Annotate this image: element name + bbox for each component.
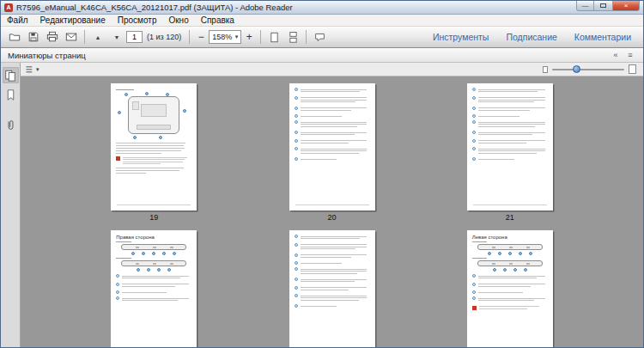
thumbnail-page-title: Правая сторона [116, 235, 191, 240]
thumbnail-page-number: 21 [506, 213, 514, 222]
comment-button[interactable] [310, 28, 329, 46]
close-button[interactable]: × [612, 1, 640, 11]
zoom-level-select[interactable]: 158% ▾ [209, 30, 241, 44]
page-thumbnail[interactable]: Правая сторона [109, 230, 198, 347]
slider-handle[interactable] [573, 65, 580, 73]
toolbar-right-group: Инструменты Подписание Комментарии [425, 30, 639, 44]
page-thumbnail[interactable]: Левая сторона [465, 230, 555, 347]
zoom-in-button[interactable]: + [241, 29, 257, 45]
menu-file[interactable]: Файл [1, 15, 34, 26]
panel-header-buttons: « ≡ [607, 50, 636, 61]
toolbar-separator [260, 30, 261, 44]
thumbnails-options-bar: ▾ [21, 63, 643, 76]
window-controls: — × [576, 1, 643, 11]
email-icon [65, 31, 77, 43]
open-button[interactable] [5, 28, 24, 46]
toolbar-separator [306, 30, 307, 44]
chevron-down-icon: ▾ [235, 34, 239, 40]
next-page-icon: ▼ [114, 34, 120, 40]
comment-bubble-icon [314, 32, 325, 43]
page-thumbnails-tab[interactable] [3, 67, 19, 83]
menu-help[interactable]: Справка [195, 15, 240, 26]
menu-edit[interactable]: Редактирование [34, 15, 112, 26]
thumbnail-page-title: Левая сторона [472, 235, 548, 240]
save-button[interactable] [24, 28, 43, 46]
thumbnails-panel: ▾ 192021Правая сторонаЛевая сторона [21, 63, 643, 347]
comments-button[interactable]: Комментарии [567, 30, 639, 44]
page-thumbnails-icon [4, 70, 16, 82]
thumbnail-page-number: 19 [149, 213, 158, 222]
page-thumbnail[interactable]: 19 [109, 83, 198, 222]
main-area: ▾ 192021Правая сторонаЛевая сторона [1, 63, 643, 347]
zoom-out-button[interactable]: − [193, 29, 209, 45]
navigation-icon-strip [1, 63, 21, 347]
previous-page-button[interactable]: ▲ [88, 28, 107, 46]
page-thumbnail[interactable]: 20 [288, 83, 377, 222]
chevron-down-icon: ▾ [36, 66, 39, 73]
maximize-icon [600, 3, 606, 8]
save-icon [27, 31, 39, 43]
page-number-input[interactable] [126, 31, 143, 43]
small-thumbnail-icon [543, 66, 548, 73]
options-lines-icon [25, 64, 35, 75]
print-button[interactable] [43, 28, 62, 46]
minimize-button[interactable]: — [576, 1, 594, 11]
adobe-reader-app-icon: A [4, 3, 13, 12]
previous-page-icon: ▲ [95, 34, 101, 40]
thumbnail-size-slider-zone [543, 64, 639, 74]
thumbnail-page[interactable] [289, 230, 375, 347]
menu-view[interactable]: Просмотр [112, 15, 163, 26]
thumbnails-canvas[interactable]: 192021Правая сторонаЛевая сторона [21, 76, 643, 347]
panel-menu-button[interactable]: ≡ [624, 50, 636, 61]
thumbnail-page[interactable] [111, 83, 197, 211]
email-button[interactable] [62, 28, 81, 46]
zoom-level-value: 158% [212, 33, 232, 41]
menu-window[interactable]: Окно [162, 15, 194, 26]
page-count-label: (1 из 120) [147, 33, 181, 41]
panel-title: Миниатюры страниц [8, 51, 86, 60]
open-icon [9, 31, 21, 43]
print-icon [46, 31, 58, 43]
single-page-view-button[interactable] [264, 28, 283, 46]
thumbnail-size-slider[interactable] [552, 69, 624, 70]
page-thumbnail[interactable] [288, 230, 377, 347]
thumbnail-page-number: 20 [327, 213, 336, 222]
collapse-panel-button[interactable]: « [610, 50, 622, 61]
thumbnail-row: Правая сторонаЛевая сторона [21, 230, 643, 347]
page-thumbnail[interactable]: 21 [465, 83, 555, 222]
thumbnail-page[interactable]: Левая сторона [467, 230, 553, 347]
thumbnails-panel-header: Миниатюры страниц « ≡ [1, 48, 643, 63]
bookmarks-tab[interactable] [3, 87, 19, 103]
large-thumbnail-icon [629, 64, 636, 74]
next-page-button[interactable]: ▼ [107, 28, 126, 46]
bookmark-icon [5, 89, 16, 101]
menubar: Файл Редактирование Просмотр Окно Справк… [1, 15, 643, 27]
thumbnail-page[interactable] [289, 83, 375, 211]
tools-button[interactable]: Инструменты [425, 30, 496, 44]
toolbar-separator [84, 30, 85, 44]
window-title: R7596_eManual_K46CA_K56CA_20121017.pdf (… [16, 3, 293, 12]
maximize-button[interactable] [594, 1, 612, 11]
scrolling-view-icon [288, 32, 299, 43]
thumbnail-page[interactable]: Правая сторона [111, 230, 197, 347]
paperclip-icon [5, 119, 16, 131]
adobe-reader-window: A R7596_eManual_K46CA_K56CA_20121017.pdf… [0, 0, 644, 348]
thumbnail-row: 192021 [21, 83, 643, 222]
thumbnail-page[interactable] [467, 83, 553, 211]
scrolling-view-button[interactable] [283, 28, 302, 46]
toolbar: ▲ ▼ (1 из 120) − 158% ▾ + Инструменты По… [1, 27, 643, 48]
thumbnail-options-button[interactable]: ▾ [25, 64, 39, 75]
sign-button[interactable]: Подписание [498, 30, 564, 44]
attachments-tab[interactable] [3, 117, 19, 133]
single-page-view-icon [269, 32, 280, 43]
titlebar[interactable]: A R7596_eManual_K46CA_K56CA_20121017.pdf… [1, 1, 643, 15]
toolbar-separator [189, 30, 190, 44]
